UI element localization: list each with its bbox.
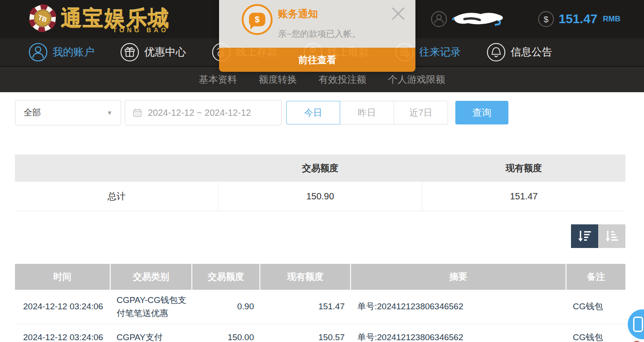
cell-balance: 151.47: [260, 290, 351, 324]
date-range-value: 2024-12-12 ~ 2024-12-12: [148, 108, 251, 118]
cell-summary: 单号:202412123806346562: [351, 290, 566, 324]
col-header-balance: 现有额度: [260, 264, 351, 290]
calendar-icon: [132, 108, 142, 118]
cell-amount: 0.90: [192, 290, 260, 324]
summary-table: 交易额度 现有额度 总计 150.90 151.47: [15, 154, 625, 211]
money-message-icon: $: [242, 4, 273, 35]
cell-type: CGPAY-CG钱包支付笔笔送优惠: [110, 290, 192, 324]
sort-descending-button[interactable]: [571, 224, 598, 248]
sort-buttons: [571, 224, 625, 248]
chevron-down-icon: ▼: [107, 109, 112, 116]
close-icon[interactable]: [389, 5, 407, 23]
chat-device-icon: [633, 317, 643, 332]
cell-amount: 150.00: [192, 324, 260, 342]
filter-row: 全部 ▼ 2024-12-12 ~ 2024-12-12 今日 昨日 近7日 查…: [15, 100, 508, 125]
dollar-coin-icon: $: [538, 11, 554, 27]
table-header-row: 时间 交易类别 交易额度 现有额度 摘要 备注: [15, 264, 625, 290]
col-header-summary: 摘要: [351, 264, 566, 290]
brand-text: 通宝娱乐城 TONG BAO: [61, 5, 170, 31]
search-button[interactable]: 查询: [455, 101, 508, 124]
transaction-type-select[interactable]: 全部 ▼: [15, 100, 121, 125]
summary-header-balance: 现有额度: [422, 154, 625, 182]
date-range-picker[interactable]: 2024-12-12 ~ 2024-12-12: [125, 100, 282, 125]
brand-name-en: TONG BAO: [113, 26, 169, 34]
sort-ascending-button[interactable]: [598, 224, 625, 248]
nav-label: 往来记录: [419, 45, 461, 59]
nav-item-my-account[interactable]: 我的账户: [28, 42, 94, 62]
quick-range-today[interactable]: 今日: [286, 101, 340, 124]
cell-time: 2024-12-12 03:24:06: [15, 324, 110, 342]
nav-label: 我的账户: [53, 45, 94, 59]
casino-chip-icon: TB: [28, 4, 57, 33]
account-notification-popup: $ 账务通知 亲~您的款项已入帐。 前往查看: [219, 0, 415, 72]
quick-range-yesterday[interactable]: 昨日: [340, 101, 394, 124]
floating-widget-partial[interactable]: [631, 340, 642, 342]
go-view-button[interactable]: 前往查看: [219, 48, 415, 72]
page: TB 通宝娱乐城 TONG BAO: [0, 0, 644, 342]
popup-message: 亲~您的款项已入帐。: [278, 28, 361, 40]
transactions-table: 时间 交易类别 交易额度 现有额度 摘要 备注 2024-12-12 03:24…: [15, 264, 625, 342]
cell-time: 2024-12-12 03:24:06: [15, 290, 110, 324]
balance-currency: RMB: [603, 15, 620, 24]
col-header-note: 备注: [566, 264, 625, 290]
cell-type: CGPAY支付: [110, 324, 192, 342]
subnav-item-profile[interactable]: 基本资料: [199, 73, 237, 86]
bell-icon: [486, 42, 506, 62]
subnav-item-game-limits[interactable]: 个人游戏限额: [388, 73, 445, 86]
summary-total-row: 总计 150.90 151.47: [15, 182, 625, 211]
summary-total-label: 总计: [15, 182, 218, 211]
balance-block[interactable]: $ 151.47 RMB: [538, 11, 620, 27]
account-icon: [28, 42, 48, 62]
popup-title: 账务通知: [278, 7, 318, 21]
gift-icon: [120, 42, 140, 62]
table-row: 2024-12-12 03:24:06 CGPAY-CG钱包支付笔笔送优惠 0.…: [15, 290, 625, 324]
customer-service-button[interactable]: [628, 309, 644, 339]
sort-descending-icon: [577, 229, 592, 243]
username-censored: [451, 10, 504, 28]
col-header-time: 时间: [15, 264, 110, 290]
topbar-right: $ 151.47 RMB: [431, 0, 620, 38]
col-header-amount: 交易额度: [192, 264, 260, 290]
cell-balance: 150.57: [260, 324, 351, 342]
nav-label: 优惠中心: [144, 45, 186, 59]
select-value: 全部: [24, 107, 107, 119]
balance-amount: 151.47: [559, 12, 598, 26]
summary-total-trade: 150.90: [218, 182, 422, 211]
user-icon: [431, 11, 447, 27]
summary-header-empty: [15, 154, 219, 182]
summary-header-trade: 交易额度: [219, 154, 422, 182]
col-header-type: 交易类别: [110, 264, 192, 290]
quick-range-group: 今日 昨日 近7日: [286, 101, 448, 124]
popup-body: $ 账务通知 亲~您的款项已入帐。: [219, 0, 415, 48]
quick-range-7days[interactable]: 近7日: [394, 101, 448, 124]
site-logo[interactable]: TB 通宝娱乐城 TONG BAO: [28, 4, 170, 33]
summary-total-balance: 151.47: [422, 182, 625, 211]
nav-item-promotions[interactable]: 优惠中心: [120, 42, 186, 62]
svg-text:$: $: [543, 15, 548, 24]
cell-note: CG钱包: [566, 290, 625, 324]
cell-summary: 单号:202412123806346562: [351, 324, 566, 342]
summary-header-row: 交易额度 现有额度: [15, 154, 625, 182]
subnav-item-credit-transfer[interactable]: 额度转换: [259, 73, 297, 86]
subnav-item-valid-bets[interactable]: 有效投注额: [319, 73, 366, 86]
nav-label: 信息公告: [511, 45, 552, 59]
cell-note: CG钱包: [566, 324, 625, 342]
sort-ascending-icon: [604, 229, 620, 243]
nav-item-announcements[interactable]: 信息公告: [486, 42, 552, 62]
table-row: 2024-12-12 03:24:06 CGPAY支付 150.00 150.5…: [15, 324, 625, 342]
user-account-block[interactable]: [431, 10, 504, 28]
